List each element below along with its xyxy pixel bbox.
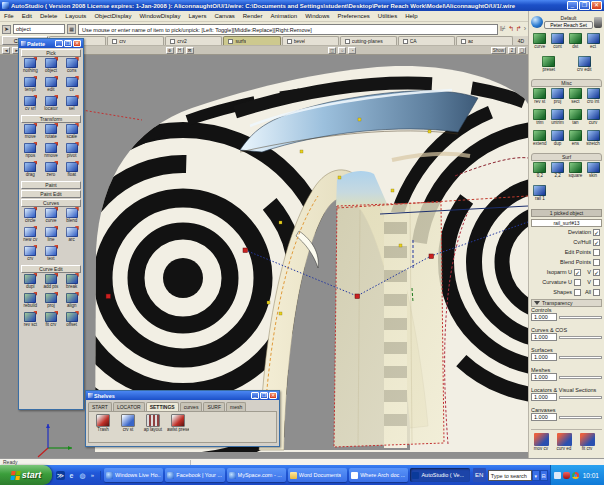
slider[interactable] xyxy=(559,356,602,359)
menu-item[interactable]: File xyxy=(4,13,14,19)
palette-section-pick-header[interactable]: Pick xyxy=(21,49,81,57)
split-window-button[interactable]: 2 xyxy=(508,47,516,54)
shelf-tool[interactable]: curve xyxy=(531,33,549,54)
checkbox[interactable] xyxy=(593,239,600,246)
palette-tool[interactable]: rev sct xyxy=(20,311,41,330)
shelf-tab[interactable]: bevel xyxy=(282,36,339,45)
expand-chevron-icon[interactable]: › xyxy=(524,24,526,34)
value-input[interactable]: 1.000 xyxy=(531,373,557,381)
menu-item[interactable]: Layouts xyxy=(65,13,86,19)
hide-icon[interactable]: H xyxy=(176,47,184,54)
palette-tool[interactable]: cons xyxy=(61,57,82,76)
shelf-tool[interactable]: curv xyxy=(584,109,602,130)
messenger-quicklaunch-icon[interactable]: ◍ xyxy=(78,471,87,480)
panel-tool[interactable]: mov cv xyxy=(531,433,551,451)
palette-tool[interactable]: float xyxy=(61,161,82,180)
palette-tool[interactable]: align xyxy=(61,292,82,311)
palette-tool[interactable]: templ xyxy=(20,76,41,95)
menu-item[interactable]: ObjectDisplay xyxy=(94,13,131,19)
shelves-tab[interactable]: LOCATOR xyxy=(113,402,145,411)
shelves-tab[interactable]: SURF xyxy=(203,402,225,411)
shelf-tool[interactable]: extend xyxy=(531,130,549,151)
palette-tool[interactable]: curve xyxy=(41,207,62,226)
menu-item[interactable]: Preferences xyxy=(337,13,369,19)
shelf-tool[interactable]: Trash xyxy=(92,414,114,440)
transparency-section-header[interactable]: Transparency xyxy=(531,299,602,307)
palette-tool[interactable]: scale xyxy=(61,123,82,142)
close-button[interactable]: ✕ xyxy=(591,1,602,10)
taskbar-task[interactable]: MySpace.com - ... xyxy=(227,468,286,482)
shelf-tab[interactable]: crv2 xyxy=(165,36,222,45)
camera-icon[interactable]: ◫ xyxy=(328,47,336,54)
palette-tool[interactable]: object xyxy=(41,57,62,76)
trash-icon[interactable] xyxy=(594,17,602,28)
shelf-tool[interactable]: skin xyxy=(584,162,602,183)
shelf-tool[interactable]: cont xyxy=(549,33,567,54)
palette-minimize-button[interactable]: _ xyxy=(55,40,63,47)
taskbar-task[interactable]: AutoStudio ( Ve... xyxy=(410,468,469,482)
palette-title-bar[interactable]: Palette _ ❐ ✕ xyxy=(19,39,83,48)
shelves-tab[interactable]: curves xyxy=(180,402,203,411)
palette-tool[interactable]: arc xyxy=(61,226,82,245)
language-indicator[interactable]: EN xyxy=(473,468,486,482)
pan-left-icon[interactable]: ◄ xyxy=(2,47,10,54)
quicklaunch-overflow-icon[interactable]: » xyxy=(89,471,96,480)
combo-dropdown-icon[interactable]: ▦ xyxy=(67,24,76,34)
menu-item[interactable]: Utilities xyxy=(378,13,397,19)
palette-tool[interactable]: line xyxy=(41,226,62,245)
prompt-line[interactable]: Use mouse or enter name of item to pick/… xyxy=(78,24,498,35)
palette-tool[interactable]: nmove xyxy=(41,142,62,161)
globe-icon[interactable] xyxy=(531,16,543,28)
menu-item[interactable]: Animation xyxy=(270,13,297,19)
palette-close-button[interactable]: ✕ xyxy=(73,40,81,47)
tab-nav-button[interactable]: 4D xyxy=(514,38,528,44)
misc-tab[interactable]: Misc xyxy=(531,79,602,87)
shelf-tool[interactable]: tan xyxy=(567,109,585,130)
shelf-tool[interactable]: dst xyxy=(567,33,585,54)
slider[interactable] xyxy=(559,336,602,339)
taskbar-task[interactable]: Word Documents xyxy=(288,468,347,482)
checkbox[interactable] xyxy=(593,279,600,286)
menu-item[interactable]: Delete xyxy=(40,13,57,19)
pick-cursor-icon[interactable] xyxy=(2,25,11,34)
shelf-tool[interactable]: preset xyxy=(531,56,567,77)
checkbox[interactable] xyxy=(593,289,600,296)
shelves-close-button[interactable]: ✕ xyxy=(269,392,277,399)
security-shield-icon[interactable] xyxy=(563,472,570,479)
shelves-minimize-button[interactable]: _ xyxy=(251,392,259,399)
shelf-tool[interactable]: rev st xyxy=(531,88,549,109)
shelf-tool[interactable]: 0,2 xyxy=(531,162,549,183)
panel-tool[interactable]: fit crv xyxy=(577,433,597,451)
slider[interactable] xyxy=(559,316,602,319)
search-go-icon[interactable]: ⊟ xyxy=(540,470,548,481)
shelf-tool[interactable]: dup xyxy=(549,130,567,151)
shelves-tab[interactable]: mesh xyxy=(226,402,246,411)
shelf-tool[interactable]: cro int xyxy=(584,88,602,109)
taskbar-task[interactable]: Windows Live Ho... xyxy=(104,468,163,482)
shelves-tab[interactable]: START xyxy=(88,402,112,411)
grid-icon[interactable]: ⊠ xyxy=(186,47,194,54)
search-dropdown-icon[interactable]: ▾ xyxy=(532,470,540,481)
menu-item[interactable]: Render xyxy=(243,13,263,19)
shelves-tab[interactable]: SETTINGS xyxy=(146,402,179,411)
menu-item[interactable]: Layers xyxy=(188,13,206,19)
shelf-set-button[interactable]: Peter Reach Set xyxy=(544,21,593,29)
menu-item[interactable]: WindowDisplay xyxy=(139,13,180,19)
start-button[interactable]: start xyxy=(0,465,52,485)
checkbox[interactable] xyxy=(574,289,581,296)
ie-quicklaunch-icon[interactable]: e xyxy=(67,471,76,480)
palette-tool[interactable]: zero xyxy=(41,161,62,180)
menu-item[interactable]: Canvas xyxy=(214,13,234,19)
palette-tool[interactable]: new cv xyxy=(20,226,41,245)
checkbox[interactable] xyxy=(593,249,600,256)
panel-tool[interactable]: curv ed xyxy=(554,433,574,451)
menu-item[interactable]: Edit xyxy=(22,13,32,19)
palette-tool[interactable]: add pts xyxy=(41,273,62,292)
checkbox[interactable] xyxy=(593,259,600,266)
palette-tool[interactable]: rebuild xyxy=(20,292,41,311)
menu-item[interactable]: Help xyxy=(405,13,417,19)
checkbox[interactable] xyxy=(593,229,600,236)
palette-tool[interactable]: pivot xyxy=(61,142,82,161)
shelf-tool[interactable]: crv edit xyxy=(567,56,603,77)
shelf-tool[interactable]: stretch xyxy=(584,130,602,151)
